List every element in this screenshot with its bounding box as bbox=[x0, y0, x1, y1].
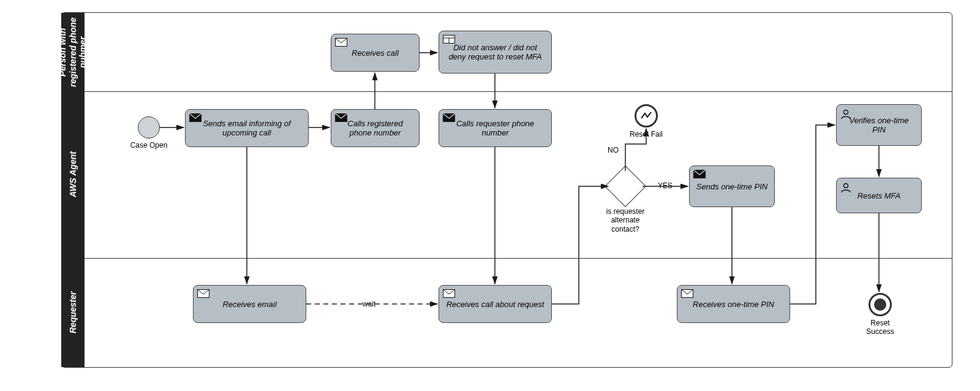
task-verifies-pin: Verifies one-time PIN bbox=[836, 104, 922, 146]
svg-point-11 bbox=[844, 110, 848, 115]
task-label: Calls registered phone number bbox=[336, 119, 414, 137]
task-did-not-answer: Did not answer / did not deny request to… bbox=[439, 31, 552, 74]
label-text: NO bbox=[608, 146, 619, 154]
envelope-icon-outline bbox=[681, 289, 693, 300]
envelope-icon-filled bbox=[693, 170, 706, 180]
end-event-reset-success bbox=[869, 293, 892, 316]
task-sends-pin: Sends one-time PIN bbox=[689, 165, 775, 207]
task-label: Resets MFA bbox=[858, 191, 901, 200]
flow-label-wait: wait bbox=[361, 300, 377, 308]
user-icon bbox=[840, 108, 851, 121]
event-label-reset-success: Reset Success bbox=[856, 319, 905, 336]
envelope-icon-outline bbox=[197, 289, 209, 300]
task-sends-email: Sends email informing of upcoming call bbox=[185, 109, 309, 147]
start-event-label: Case Open bbox=[124, 141, 173, 150]
lane-header-requester: Requester bbox=[61, 258, 85, 367]
task-calls-registered: Calls registered phone number bbox=[331, 109, 420, 147]
gateway-text: is requester alternate contact? bbox=[606, 207, 645, 233]
lane-divider bbox=[85, 258, 952, 259]
label-text: wait bbox=[363, 300, 375, 308]
label-text: YES bbox=[658, 181, 673, 190]
gateway-label: is requester alternate contact? bbox=[598, 207, 653, 233]
flow-label-yes: YES bbox=[657, 181, 674, 190]
task-receives-call-about: Receives call about request bbox=[439, 285, 552, 323]
table-icon bbox=[443, 35, 455, 45]
user-icon bbox=[840, 182, 851, 195]
start-event-case-open bbox=[138, 116, 160, 139]
task-label: Receives call about request bbox=[447, 300, 545, 309]
task-label: Sends email informing of upcoming call bbox=[190, 119, 303, 137]
task-label: Receives call bbox=[352, 48, 399, 58]
task-label: Did not answer / did not deny request to… bbox=[444, 43, 546, 61]
envelope-icon-filled bbox=[443, 113, 455, 124]
task-calls-requester: Calls requester phone number bbox=[439, 109, 552, 147]
flow-label-no: NO bbox=[606, 146, 620, 154]
lane-divider bbox=[85, 91, 952, 92]
task-receives-pin: Receives one-time PIN bbox=[677, 285, 790, 323]
event-text: Reset Success bbox=[866, 319, 894, 336]
task-label: Receives email bbox=[222, 300, 276, 309]
task-receives-call: Receives call bbox=[331, 34, 420, 72]
lane-header-label: Person with registered phone nubmer bbox=[58, 15, 88, 89]
envelope-icon-filled bbox=[335, 113, 347, 124]
envelope-icon-filled bbox=[189, 113, 202, 124]
event-label-reset-fail: Reset Fail bbox=[622, 130, 671, 139]
task-label: Receives one-time PIN bbox=[693, 300, 774, 309]
event-text: Reset Fail bbox=[630, 130, 663, 139]
lane-header-agent: AWS Agent bbox=[61, 91, 85, 258]
task-label: Calls requester phone number bbox=[444, 119, 546, 137]
task-label: Verifies one-time PIN bbox=[842, 116, 916, 134]
lane-header-person: Person with registered phone nubmer bbox=[61, 13, 85, 91]
envelope-icon-outline bbox=[443, 289, 455, 300]
task-receives-email: Receives email bbox=[193, 285, 306, 323]
end-event-reset-fail bbox=[635, 104, 658, 127]
envelope-icon-outline bbox=[335, 38, 347, 48]
svg-point-12 bbox=[844, 184, 848, 188]
task-label: Sends one-time PIN bbox=[696, 182, 767, 191]
event-text: Case Open bbox=[130, 141, 168, 150]
lane-header-label: Requester bbox=[68, 292, 78, 333]
task-resets-mfa: Resets MFA bbox=[836, 178, 922, 213]
lane-header-label: AWS Agent bbox=[68, 152, 78, 198]
